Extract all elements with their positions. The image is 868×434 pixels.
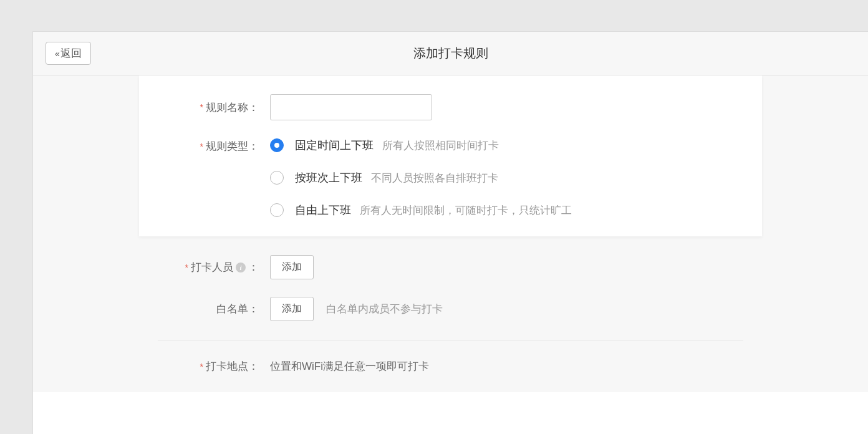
required-mark: * — [200, 362, 203, 372]
required-mark: * — [200, 102, 203, 112]
row-rule-type: * 规则类型： 固定时间上下班 所有人按照相同时间打卡 按班次上下班 — [158, 138, 743, 218]
back-button[interactable]: « 返回 — [46, 42, 91, 65]
row-whitelist: 白名单： 添加 白名单内成员不参与打卡 — [158, 297, 743, 321]
section-staff: * 打卡人员 i ： 添加 白名单： 添加 白名单内成员不参与打卡 — [158, 236, 743, 340]
label-rule-type: * 规则类型： — [158, 138, 270, 153]
rule-type-radio-group: 固定时间上下班 所有人按照相同时间打卡 按班次上下班 不同人员按照各自排班打卡 … — [270, 138, 572, 218]
radio-desc: 不同人员按照各自排班打卡 — [371, 171, 498, 185]
page-title: 添加打卡规则 — [413, 45, 488, 62]
rule-name-input[interactable] — [270, 94, 432, 120]
page-container: « 返回 添加打卡规则 * 规则名称： * 规则类型： — [32, 31, 868, 434]
row-rule-name: * 规则名称： — [158, 94, 743, 120]
whitelist-desc: 白名单内成员不参与打卡 — [326, 302, 443, 316]
required-mark: * — [185, 263, 188, 272]
radio-icon — [270, 138, 284, 152]
section-location: * 打卡地点： 位置和WiFi满足任意一项即可打卡 — [158, 340, 743, 392]
back-label: 返回 — [60, 46, 82, 60]
info-icon[interactable]: i — [236, 263, 246, 272]
add-staff-button[interactable]: 添加 — [270, 255, 314, 279]
label-rule-name: * 规则名称： — [158, 100, 270, 115]
row-location: * 打卡地点： 位置和WiFi满足任意一项即可打卡 — [158, 359, 743, 374]
radio-option-fixed[interactable]: 固定时间上下班 所有人按照相同时间打卡 — [270, 138, 572, 153]
row-checkin-staff: * 打卡人员 i ： 添加 — [158, 255, 743, 279]
add-whitelist-button[interactable]: 添加 — [270, 297, 314, 321]
radio-option-free[interactable]: 自由上下班 所有人无时间限制，可随时打卡，只统计旷工 — [270, 203, 572, 218]
label-whitelist: 白名单： — [158, 302, 270, 316]
label-checkin-staff: * 打卡人员 i ： — [158, 260, 270, 274]
radio-title: 自由上下班 — [295, 203, 351, 218]
section-rule-basic: * 规则名称： * 规则类型： 固定时间上下班 — [139, 75, 762, 236]
radio-desc: 所有人无时间限制，可随时打卡，只统计旷工 — [360, 203, 572, 218]
radio-option-shift[interactable]: 按班次上下班 不同人员按照各自排班打卡 — [270, 170, 572, 185]
radio-title: 按班次上下班 — [295, 170, 362, 185]
label-location: * 打卡地点： — [158, 359, 270, 374]
required-mark: * — [200, 142, 203, 152]
location-desc: 位置和WiFi满足任意一项即可打卡 — [270, 359, 429, 374]
content-area: * 规则名称： * 规则类型： 固定时间上下班 — [33, 75, 868, 392]
header-bar: « 返回 添加打卡规则 — [33, 32, 868, 75]
radio-icon — [270, 171, 284, 185]
chevron-left-double-icon: « — [55, 49, 58, 59]
radio-icon — [270, 203, 284, 217]
radio-desc: 所有人按照相同时间打卡 — [382, 138, 499, 153]
radio-title: 固定时间上下班 — [295, 138, 374, 153]
